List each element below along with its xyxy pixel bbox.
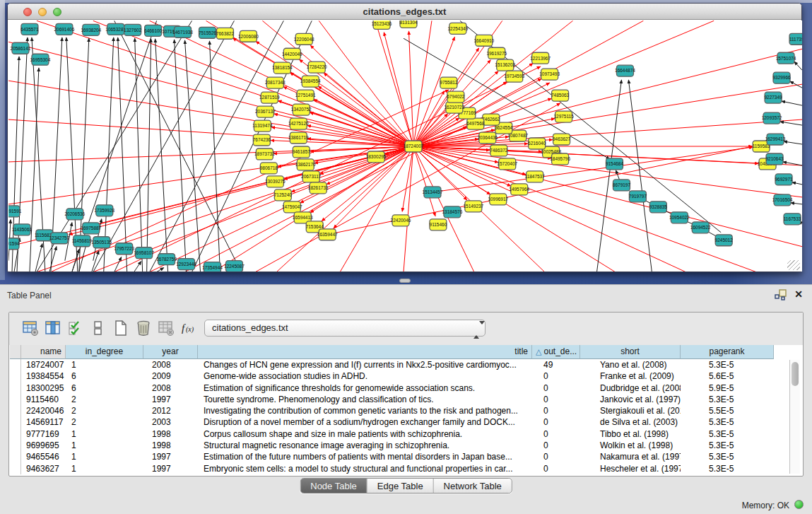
graph-node[interactable]: 6794022	[447, 91, 465, 103]
graph-node[interactable]: 7663822	[216, 28, 235, 39]
delete-column-button[interactable]	[134, 318, 153, 338]
table-row[interactable]: 977716911998Corpus callosum shape and si…	[10, 428, 802, 440]
graph-node[interactable]: 14957964	[509, 184, 529, 195]
column-header-pagerank[interactable]: pagerank	[681, 345, 774, 359]
graph-node[interactable]: 7462662	[482, 114, 500, 125]
graph-node[interactable]: 13862170	[295, 159, 316, 170]
tab-edge-table[interactable]: Edge Table	[367, 479, 434, 493]
graph-node[interactable]: 16938204	[81, 24, 101, 35]
graph-node[interactable]: 14671938	[172, 26, 193, 37]
graph-node[interactable]: 16958107	[134, 247, 154, 259]
graph-node[interactable]: 14420049	[282, 48, 302, 59]
graph-node[interactable]: 15136202	[495, 59, 515, 71]
network-window-titlebar[interactable]: citations_edges.txt	[8, 4, 801, 20]
vertical-scrollbar[interactable]	[789, 360, 800, 474]
table-row[interactable]: 969969511998Structural magnetic resonanc…	[10, 440, 802, 451]
hub-node[interactable]: 18724007	[404, 141, 424, 152]
graph-node[interactable]: 10996917	[488, 194, 508, 205]
graph-node[interactable]: 6216040	[528, 138, 546, 149]
graph-node[interactable]: 12975115	[553, 111, 574, 122]
graph-node[interactable]: 20586141	[11, 42, 31, 54]
graph-node[interactable]: 20673117	[301, 171, 322, 182]
graph-node[interactable]: 15149237	[463, 201, 483, 212]
graph-node[interactable]: 12751491	[295, 90, 316, 101]
table-row[interactable]: 911546021997Tourette syndrome. Phenomeno…	[10, 394, 802, 405]
graph-node[interactable]: 7125240	[274, 189, 293, 201]
window-resize-grip[interactable]	[787, 260, 800, 270]
graph-node[interactable]: 20364436	[477, 132, 498, 144]
graph-node[interactable]: 13420752	[291, 104, 312, 115]
graph-node[interactable]: 13184576	[442, 206, 462, 218]
graph-node[interactable]: 9755812	[440, 77, 458, 88]
graph-node[interactable]: 9329966	[772, 72, 791, 83]
graph-node[interactable]: 20817348	[265, 77, 286, 88]
graph-node[interactable]: 9245012	[715, 235, 734, 246]
graph-node[interactable]: 16955304	[30, 54, 51, 65]
graph-node[interactable]: 17957223	[114, 243, 134, 255]
graph-node[interactable]: 13818154	[272, 62, 293, 74]
graph-node[interactable]: 11847537	[525, 171, 546, 182]
graph-node[interactable]: 9391594	[8, 238, 20, 250]
graph-node[interactable]: 12871519	[259, 92, 280, 103]
graph-node[interactable]: 20206536	[64, 209, 85, 220]
graph-node[interactable]: 19391591	[8, 206, 22, 217]
graph-node[interactable]: 16644874	[615, 65, 635, 76]
graph-node[interactable]: 13861719	[288, 132, 309, 144]
table-mode-button[interactable]	[20, 318, 40, 338]
table-row[interactable]: 1938455462009Genome-wide association stu…	[10, 370, 802, 382]
graph-node[interactable]: 12342757	[49, 233, 69, 244]
column-header-out_de[interactable]: △out_de...	[532, 345, 580, 359]
graph-node[interactable]: 1167533	[784, 214, 801, 225]
graph-node[interactable]: 10954022	[669, 212, 690, 223]
graph-node[interactable]: 16210723	[444, 102, 464, 113]
graph-node[interactable]: 14759047	[282, 201, 302, 213]
graph-node[interactable]: 19384554	[300, 76, 321, 87]
graph-node[interactable]: 15134457	[423, 187, 443, 198]
graph-node[interactable]: 6435571	[20, 23, 39, 35]
graph-node[interactable]: 11456819	[72, 235, 93, 247]
graph-node[interactable]: 16782759	[156, 254, 177, 265]
graph-node[interactable]: 19619275	[486, 47, 507, 59]
network-canvas[interactable]: 1872400712206048144200491381815420817348…	[8, 21, 802, 271]
graph-node[interactable]: 20691406	[54, 23, 74, 35]
graph-node[interactable]: 11319474	[252, 120, 273, 132]
graph-node[interactable]: 18495796	[550, 153, 570, 165]
column-header-in_degree[interactable]: in_degree	[66, 345, 143, 359]
graph-node[interactable]: 16299413	[765, 134, 786, 145]
graph-node[interactable]: 9463627	[553, 134, 571, 145]
new-column-button[interactable]	[111, 318, 131, 338]
graph-node[interactable]: 12923448	[176, 259, 196, 270]
delete-table-button[interactable]	[156, 318, 176, 338]
function-builder-button[interactable]	[179, 318, 199, 338]
graph-node[interactable]: 14275120	[288, 118, 309, 129]
memory-status-icon[interactable]	[794, 500, 804, 509]
graph-node[interactable]: 20367137	[255, 106, 276, 117]
column-header-short[interactable]: short	[580, 345, 681, 359]
graph-node[interactable]: 6466100	[144, 25, 163, 36]
graph-node[interactable]: 12006080	[238, 30, 259, 42]
graph-node[interactable]: 9328835	[649, 201, 668, 213]
graph-node[interactable]: 12213967	[530, 52, 551, 64]
tab-network-table[interactable]: Network Table	[434, 479, 512, 493]
graph-node[interactable]: 13039275	[265, 176, 286, 187]
graph-node[interactable]: 13505135	[91, 237, 112, 248]
graph-node[interactable]: 9461857	[293, 146, 311, 158]
graph-node[interactable]: 9154684	[606, 158, 624, 170]
tab-node-table[interactable]: Node Table	[300, 479, 367, 493]
graph-node[interactable]: 15123436	[372, 21, 392, 29]
graph-node[interactable]: 9210643	[765, 153, 784, 165]
table-row[interactable]: 1456911722003Disruption of a novel membe…	[10, 416, 802, 428]
graph-node[interactable]: 12254349	[447, 23, 468, 34]
float-panel-button[interactable]	[775, 289, 787, 300]
graph-node[interactable]: 19734593	[504, 71, 524, 82]
graph-node[interactable]: 7485063	[551, 90, 570, 101]
graph-node[interactable]: 16975887	[81, 223, 101, 234]
graph-node[interactable]: 17016504	[772, 194, 793, 206]
graph-node[interactable]: 8131304	[399, 21, 418, 28]
graph-node[interactable]: 9806718	[260, 163, 278, 174]
graph-node[interactable]: 22420046	[391, 215, 411, 226]
graph-node[interactable]: 12093572	[762, 112, 782, 124]
graph-node[interactable]: 9115460	[430, 219, 447, 230]
graph-node[interactable]: 9227349	[764, 92, 782, 103]
show-columns-button[interactable]	[43, 318, 63, 338]
